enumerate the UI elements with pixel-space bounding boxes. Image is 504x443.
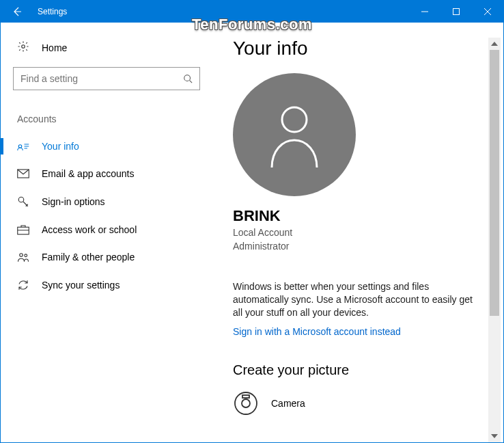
- search-box[interactable]: [13, 67, 200, 90]
- scroll-thumb[interactable]: [490, 50, 499, 316]
- scroll-down-icon[interactable]: [488, 430, 501, 442]
- svg-rect-6: [18, 227, 29, 234]
- svg-rect-12: [242, 395, 249, 398]
- sidebar-item-label: Access work or school: [42, 224, 137, 235]
- maximize-button[interactable]: [440, 1, 472, 23]
- arrow-left-icon: [12, 6, 23, 17]
- close-icon: [484, 8, 491, 15]
- home-label: Home: [42, 42, 67, 53]
- sidebar-category: Accounts: [1, 100, 212, 133]
- sidebar: Home Accounts Your info Email & app acco…: [1, 23, 212, 442]
- svg-point-7: [20, 254, 23, 257]
- avatar[interactable]: [233, 73, 356, 196]
- svg-point-11: [242, 399, 250, 407]
- svg-point-2: [184, 75, 191, 81]
- sidebar-nav: Your info Email & app accounts Sign-in o…: [1, 133, 212, 299]
- minimize-button[interactable]: [409, 1, 440, 23]
- sidebar-item-email-accounts[interactable]: Email & app accounts: [1, 160, 212, 187]
- svg-point-5: [18, 197, 24, 202]
- sidebar-item-access-work[interactable]: Access work or school: [1, 216, 212, 243]
- main-panel: Your info BRINK Local Account Administra…: [212, 23, 503, 442]
- titlebar: Settings: [1, 1, 503, 23]
- minimize-icon: [421, 8, 428, 15]
- sync-blurb: Windows is better when your settings and…: [233, 280, 479, 319]
- username: BRINK: [233, 207, 488, 225]
- sidebar-item-label: Email & app accounts: [42, 168, 134, 179]
- person-icon: [264, 100, 325, 169]
- key-icon: [17, 196, 29, 208]
- close-button[interactable]: [472, 1, 503, 23]
- sidebar-item-sync[interactable]: Sync your settings: [1, 271, 212, 299]
- sync-icon: [17, 279, 29, 291]
- camera-label: Camera: [271, 398, 305, 409]
- scrollbar[interactable]: [488, 38, 501, 442]
- sidebar-item-family[interactable]: Family & other people: [1, 243, 212, 271]
- sidebar-item-your-info[interactable]: Your info: [1, 133, 212, 160]
- sidebar-item-label: Sync your settings: [42, 280, 120, 291]
- gear-icon: [17, 40, 29, 55]
- sidebar-item-label: Sign-in options: [42, 196, 105, 207]
- sidebar-item-label: Your info: [42, 141, 79, 152]
- back-button[interactable]: [1, 1, 33, 23]
- maximize-icon: [453, 8, 460, 15]
- search-icon: [183, 74, 193, 83]
- svg-point-1: [22, 45, 25, 49]
- account-role: Administrator: [233, 240, 488, 254]
- ms-account-link[interactable]: Sign in with a Microsoft account instead: [233, 326, 401, 337]
- home-link[interactable]: Home: [1, 33, 212, 62]
- mail-icon: [17, 169, 29, 178]
- scroll-up-icon[interactable]: [488, 38, 501, 50]
- camera-option[interactable]: Camera: [233, 390, 488, 416]
- camera-icon: [233, 390, 259, 416]
- people-icon: [17, 252, 29, 263]
- search-input[interactable]: [20, 73, 183, 84]
- window-title: Settings: [33, 7, 67, 16]
- svg-point-3: [18, 145, 22, 148]
- content-area: Home Accounts Your info Email & app acco…: [1, 23, 503, 442]
- sidebar-item-signin-options[interactable]: Sign-in options: [1, 187, 212, 216]
- scroll-track[interactable]: [488, 50, 501, 430]
- picture-heading: Create your picture: [233, 362, 488, 378]
- briefcase-icon: [17, 224, 29, 235]
- svg-point-8: [25, 254, 27, 257]
- svg-rect-0: [453, 9, 460, 15]
- page-title: Your info: [233, 38, 488, 59]
- account-type: Local Account: [233, 226, 488, 240]
- sidebar-item-label: Family & other people: [42, 252, 135, 263]
- svg-point-9: [282, 107, 307, 132]
- person-card-icon: [17, 142, 29, 151]
